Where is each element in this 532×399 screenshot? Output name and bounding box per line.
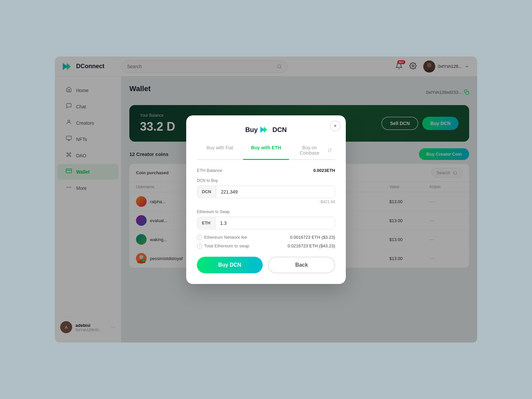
dcn-amount-input[interactable] xyxy=(216,186,335,198)
total-swap-label: Total Ethereum to swap xyxy=(204,243,249,248)
modal-actions: Buy DCN Back xyxy=(197,257,335,273)
modal-back-button[interactable]: Back xyxy=(268,257,335,273)
modal-title: Buy DCN xyxy=(197,126,335,134)
buy-dcn-modal: × Buy DCN Buy with Fiat Buy with ETH xyxy=(186,115,346,284)
svg-line-34 xyxy=(330,149,331,150)
dcn-to-buy-label: DCN to Buy xyxy=(197,178,335,183)
eth-to-swap-label: Ethereum to Swap xyxy=(197,209,335,214)
total-swap-row: i Total Ethereum to swap 0.0216723 ETH (… xyxy=(197,243,335,249)
dcn-to-buy-section: DCN to Buy DCN -$421.64 xyxy=(197,178,335,204)
info-icon: i xyxy=(197,235,202,240)
eth-balance-value: 0.0023ETH xyxy=(313,168,335,173)
total-swap-value: 0.0216723 ETH ($43.23) xyxy=(288,243,335,248)
info-icon-2: i xyxy=(197,243,202,249)
dcn-logo-icon xyxy=(260,126,270,133)
dcn-prefix: DCN xyxy=(197,186,216,198)
modal-title-prefix: Buy xyxy=(245,126,258,134)
modal-overlay[interactable]: × Buy DCN Buy with Fiat Buy with ETH xyxy=(55,57,477,342)
dcn-sub-value: -$421.64 xyxy=(197,200,335,204)
external-link-icon xyxy=(328,148,332,152)
tab-buy-coinbase[interactable]: Buy on Coinbase xyxy=(289,142,335,160)
network-fee-row: i Ethereum Network fee 0.0016723 ETH ($3… xyxy=(197,235,335,240)
eth-balance-label: ETH Balance xyxy=(197,168,222,173)
modal-tabs: Buy with Fiat Buy with ETH Buy on Coinba… xyxy=(197,142,335,160)
app-window: DConnect 99+ xyxy=(55,57,477,342)
network-fee-label: Ethereum Network fee xyxy=(204,235,247,240)
eth-input-group: ETH xyxy=(197,217,335,229)
total-swap-label-group: i Total Ethereum to swap xyxy=(197,243,249,249)
tab-buy-eth[interactable]: Buy with ETH xyxy=(243,142,289,160)
modal-title-coin: DCN xyxy=(272,126,287,134)
modal-buy-dcn-button[interactable]: Buy DCN xyxy=(197,257,263,273)
dcn-input-group: DCN xyxy=(197,186,335,198)
network-fee-label-group: i Ethereum Network fee xyxy=(197,235,247,240)
eth-to-swap-section: Ethereum to Swap ETH xyxy=(197,209,335,229)
eth-prefix: ETH xyxy=(197,217,215,229)
tab-buy-fiat[interactable]: Buy with Fiat xyxy=(197,142,243,160)
eth-amount-input[interactable] xyxy=(215,217,335,229)
network-fee-value: 0.0016723 ETH ($3.23) xyxy=(290,235,335,240)
eth-balance-row: ETH Balance 0.0023ETH xyxy=(197,168,335,173)
modal-close-button[interactable]: × xyxy=(330,121,340,131)
